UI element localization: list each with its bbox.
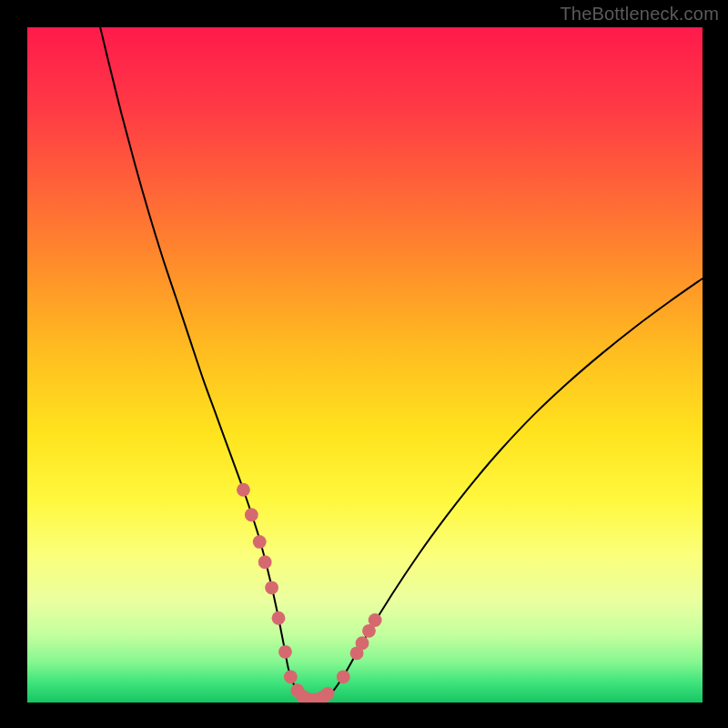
highlight-dot	[284, 670, 298, 683]
highlight-dot	[356, 636, 369, 650]
highlight-dot	[253, 535, 267, 549]
plot-frame	[27, 27, 703, 703]
chart-stage: TheBottleneck.com	[0, 0, 728, 728]
bottleneck-curve-path	[100, 27, 703, 701]
highlight-dot	[278, 645, 292, 659]
highlight-dots-group	[237, 483, 382, 703]
highlight-dot	[337, 670, 350, 683]
highlight-dot	[369, 613, 382, 627]
highlight-dot	[321, 687, 335, 701]
watermark-text: TheBottleneck.com	[560, 4, 719, 25]
curve-overlay	[27, 27, 703, 703]
highlight-dot	[258, 555, 272, 569]
highlight-dot	[245, 508, 258, 521]
highlight-dot	[237, 483, 250, 497]
plot-area	[27, 27, 703, 703]
highlight-dot	[272, 612, 286, 625]
highlight-dot	[265, 581, 278, 594]
